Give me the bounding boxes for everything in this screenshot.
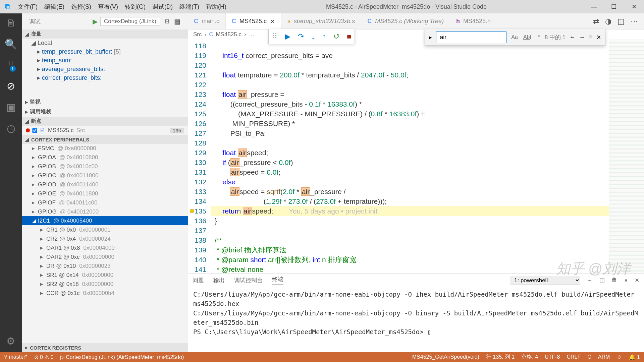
peripheral-row[interactable]: ▸ GPIOB @ 0x40010c00 <box>22 162 188 171</box>
code-line[interactable]: float airspeed; <box>211 148 609 158</box>
code-line[interactable]: else <box>211 177 609 187</box>
step-out-icon[interactable]: ↑ <box>322 32 326 41</box>
console-icon[interactable]: ▤ <box>174 17 180 25</box>
register-row[interactable]: ▸ OAR2 @ 0xc 0x00000000 <box>22 252 188 261</box>
register-row[interactable]: ▸ SR2 @ 0x18 0x00000000 <box>22 280 188 289</box>
prev-match-icon[interactable]: ← <box>570 34 575 41</box>
minimap[interactable] <box>609 40 644 273</box>
run-icon[interactable]: ◷ <box>7 122 15 134</box>
code-line[interactable]: MIN_PRESSURE) * <box>211 119 609 128</box>
terminal[interactable]: C:/Users/liuya/MyApp/gcc-arm/bin/arm-non… <box>188 287 644 352</box>
variable-row[interactable]: ▸ average_pressure_bits: <box>22 65 188 73</box>
close-find-icon[interactable]: ✕ <box>596 34 601 41</box>
status-errors[interactable]: ⊘ 0 ⚠ 0 <box>34 354 54 360</box>
code-line[interactable]: if (air_pressure < 0.0f) <box>211 158 609 167</box>
extensions-icon[interactable]: ▣ <box>6 101 16 113</box>
search-icon[interactable]: 🔍 <box>5 38 17 50</box>
menu-item[interactable]: 转到(G) <box>122 1 148 12</box>
next-match-icon[interactable]: → <box>579 34 585 41</box>
whole-word-icon[interactable]: Abl <box>523 34 532 41</box>
variables-header[interactable]: ◢ 变量 <box>22 29 188 39</box>
drag-handle-icon[interactable]: ⠿ <box>272 32 277 41</box>
debug-start-icon[interactable]: ▶ <box>93 17 98 25</box>
breakpoints-header[interactable]: ◢ 断点 <box>22 117 188 126</box>
register-row[interactable]: ▸ CR2 @ 0x4 0x00000024 <box>22 234 188 243</box>
editor-tab[interactable]: CMS4525.c (Working Tree) <box>361 13 450 29</box>
continue-icon[interactable]: ▶ <box>285 32 290 41</box>
code-line[interactable]: PSI_to_Pa; <box>211 128 609 138</box>
panel-tab[interactable]: 终端 <box>272 276 283 285</box>
editor-tab[interactable]: sstartup_stm32f103xb.s <box>281 13 361 29</box>
code-line[interactable]: * @param short arr[]被排数列, int n 排序窗宽 <box>211 255 609 264</box>
bell-icon[interactable]: 🔔 1 <box>629 354 640 360</box>
code-line[interactable]: float temprature = 200.0f * temprature_b… <box>211 70 609 80</box>
code-line[interactable]: * @retval none <box>211 264 609 273</box>
restart-icon[interactable]: ↺ <box>333 32 339 41</box>
debug-toolbar[interactable]: ⠿ ▶ ↷ ↓ ↑ ↺ ■ <box>268 29 355 44</box>
menu-item[interactable]: 调试(D) <box>150 1 175 12</box>
code-line[interactable]: airspeed = sqrtf(2.0f * air_pressure / <box>211 187 609 196</box>
code-line[interactable]: /** <box>211 235 609 245</box>
code-line[interactable]: int16_t correct_pressure_bits = ave <box>211 51 609 60</box>
breakpoint-item[interactable]: 🗎 MS4525.c Src 135 <box>22 126 188 135</box>
code-line[interactable]: airspeed = 0.0f; <box>211 167 609 177</box>
code-line[interactable]: * @brief 插入排序算法 <box>211 245 609 255</box>
split-terminal-icon[interactable]: ◫ <box>599 277 605 284</box>
feedback-icon[interactable]: ☺ <box>616 354 622 360</box>
peripheral-row[interactable]: ▸ GPIOA @ 0x40010800 <box>22 153 188 162</box>
status-lang[interactable]: C <box>587 354 591 360</box>
code-line[interactable] <box>211 138 609 148</box>
register-row[interactable]: ▸ DR @ 0x10 0x00000023 <box>22 261 188 270</box>
code-line[interactable]: return airspeed; You, 5 days ago • proje… <box>211 206 609 216</box>
code-line[interactable]: (1.29f * 273.0f / (273.0f + temprature))… <box>211 196 609 206</box>
regex-icon[interactable]: .* <box>536 34 541 41</box>
menu-item[interactable]: 查看(V) <box>95 1 121 12</box>
menu-item[interactable]: 帮助(H) <box>203 1 229 12</box>
stop-icon[interactable]: ■ <box>347 32 351 41</box>
explorer-icon[interactable]: 🗎 <box>6 17 16 29</box>
register-row[interactable]: ▸ SR1 @ 0x14 0x00000000 <box>22 270 188 280</box>
close-tab-icon[interactable]: ✕ <box>270 18 275 25</box>
status-encoding[interactable]: UTF-8 <box>545 354 560 360</box>
gear-icon[interactable]: ⚙ <box>164 17 170 25</box>
kill-terminal-icon[interactable]: 🗑 <box>611 277 617 284</box>
code-line[interactable]: ((correct_pressure_bits - 0.1f * 16383.0… <box>211 99 609 109</box>
chevron-right-icon[interactable]: ▸ <box>429 34 432 41</box>
peripheral-row[interactable]: ▸ GPIOD @ 0x40011400 <box>22 180 188 189</box>
callstack-header[interactable]: ▸ 调用堆栈 <box>22 107 188 117</box>
more-icon[interactable]: ⋯ <box>631 17 638 26</box>
toggle-icon[interactable]: ◑ <box>605 17 611 26</box>
variable-row[interactable]: ▸ correct_pressure_bits: <box>22 73 188 82</box>
find-input[interactable] <box>436 32 506 43</box>
find-in-selection-icon[interactable]: ≡ <box>589 34 592 41</box>
menu-item[interactable]: 终端(T) <box>177 1 202 12</box>
register-row[interactable]: ▸ CR1 @ 0x0 0x00000001 <box>22 225 188 234</box>
code-line[interactable]: float air_pressure = <box>211 89 609 99</box>
code-line[interactable]: (MAX_PRESSURE - MIN_PRESSURE) / (0.8f * … <box>211 109 609 119</box>
status-launch[interactable]: ▷ CortexDebug (JLink) (AirSpeedMeter_ms4… <box>60 354 184 360</box>
scope-local[interactable]: Local <box>38 40 52 46</box>
minimize-button[interactable]: — <box>584 0 604 13</box>
peripheral-row[interactable]: ▸ GPIOF @ 0x40011c00 <box>22 198 188 207</box>
peripheral-row[interactable]: ▸ GPIOG @ 0x40012000 <box>22 207 188 216</box>
editor-tab[interactable]: CMS4525.c✕ <box>226 13 281 29</box>
close-button[interactable]: ✕ <box>624 0 644 13</box>
code-line[interactable] <box>211 60 609 70</box>
git-branch[interactable]: ⑂ master* <box>4 354 28 360</box>
variable-row[interactable]: ▸ temp_pressure_bit_buffer: [5] <box>22 47 188 56</box>
status-spaces[interactable]: 空格: 4 <box>521 354 538 361</box>
register-row[interactable]: ▸ OAR1 @ 0x8 0x00004000 <box>22 243 188 252</box>
status-arm[interactable]: ARM <box>598 354 610 360</box>
code-line[interactable] <box>211 226 609 235</box>
terminal-select[interactable]: 1: powershell <box>510 276 580 285</box>
menu-item[interactable]: 编辑(E) <box>42 1 67 12</box>
code-editor[interactable]: 1181191201211221231241251261271281291301… <box>188 40 644 273</box>
peripheral-row[interactable]: ▸ GPIOC @ 0x40011000 <box>22 171 188 180</box>
new-terminal-icon[interactable]: ＋ <box>587 277 593 284</box>
status-function[interactable]: MS4525_GetAirSpeed(void) <box>412 354 479 360</box>
peripheral-row[interactable]: ▸ GPIOE @ 0x40011800 <box>22 189 188 198</box>
panel-up-icon[interactable]: ∧ <box>624 277 628 284</box>
panel-close-icon[interactable]: ✕ <box>635 277 639 284</box>
source-control-icon[interactable]: ⑂1 <box>8 59 14 71</box>
cortex-reg-header[interactable]: ▸ CORTEX REGISTERS <box>22 343 188 352</box>
